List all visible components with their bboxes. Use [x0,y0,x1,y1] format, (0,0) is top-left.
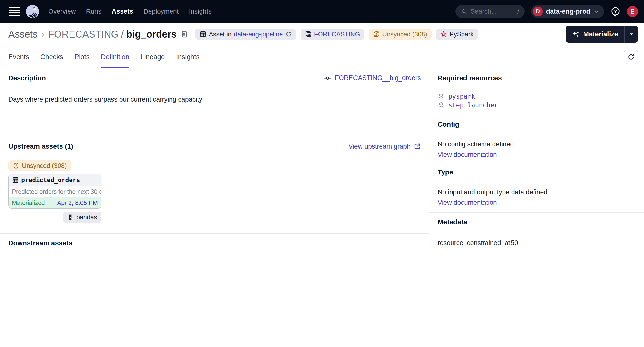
nav-item-runs[interactable]: Runs [86,8,102,15]
pandas-icon [68,214,74,220]
metadata-section-header: Metadata [429,212,644,232]
deployment-initial-badge: D [533,6,543,16]
resources-section-header: Required resources [429,68,644,88]
downstream-section-header: Downstream assets [0,233,429,253]
upstream-asset-name: predicted_orders [21,176,80,184]
config-content: No config schema defined View documentat… [429,134,644,162]
upstream-sync-status-label: Unsynced (308) [22,162,67,170]
description-text: Days where predicted orders surpass our … [0,88,429,137]
primary-nav: Overview Runs Assets Deployment Insights [48,8,212,15]
tab-lineage[interactable]: Lineage [140,46,165,68]
materialize-button[interactable]: Materialize [566,26,624,43]
materialize-split-button: Materialize [566,26,638,43]
upstream-section-header: Upstream assets (1) View upstream graph [0,137,429,156]
config-view-documentation-link[interactable]: View documentation [438,151,497,158]
tab-definition[interactable]: Definition [101,46,129,68]
resource-name: pyspark [448,93,475,100]
help-icon[interactable]: ? [610,6,620,16]
page-header: Assets › FORECASTING / big_orders Asset … [0,23,644,46]
breadcrumb-slash: / [121,29,124,40]
tab-plots[interactable]: Plots [74,46,90,68]
breadcrumb-separator: › [42,30,44,39]
tag-asset-group[interactable]: FORECASTING [300,28,364,40]
nav-item-assets[interactable]: Assets [112,8,134,15]
materialize-dropdown-button[interactable] [624,26,638,43]
metadata-row: resource_constrained_at 50 [438,239,636,247]
top-navigation-bar: Overview Runs Assets Deployment Insights… [0,0,644,23]
caret-down-icon [628,31,635,37]
tab-insights[interactable]: Insights [176,46,200,68]
breadcrumb: Assets › FORECASTING / big_orders [8,29,188,40]
nav-item-overview[interactable]: Overview [48,8,76,15]
upstream-title: Upstream assets (1) [8,142,73,150]
chevron-down-icon [594,8,600,14]
tag-sync-status[interactable]: Unsynced (308) [368,28,432,40]
materialized-status-label: Materialized [12,199,45,206]
resource-item-pyspark[interactable]: pyspark [438,93,636,100]
tag-asset-in-job: Asset in data-eng-pipeline [195,28,296,40]
asset-definition-page: Overview Runs Assets Deployment Insights… [0,0,644,347]
tag-compute-kind[interactable]: PySpark [436,28,478,40]
upstream-sync-status-tag[interactable]: Unsynced (308) [8,160,71,171]
spark-star-icon [440,31,447,38]
dagster-logo[interactable] [25,4,40,18]
main-column: Description FORECASTING__big_orders Days… [0,68,429,347]
pandas-tag[interactable]: pandas [63,212,102,223]
tag-asset-in-prefix: Asset in [209,30,232,38]
sync-problem-icon [13,162,20,169]
copy-asset-name-icon[interactable] [180,30,188,38]
breadcrumb-assets-link[interactable]: Assets [8,29,38,40]
description-title: Description [8,74,46,82]
materialization-timestamp-link[interactable]: Apr 2, 8:05 PM [57,199,98,206]
pipeline-link[interactable]: data-eng-pipeline [234,30,283,38]
pandas-tag-label: pandas [76,214,97,221]
op-graph-link[interactable]: FORECASTING__big_orders [324,74,421,82]
op-node-icon [324,74,332,82]
upstream-asset-status-row: Materialized Apr 2, 8:05 PM [8,198,101,208]
nav-item-deployment[interactable]: Deployment [144,8,178,15]
asset-group-icon [305,31,312,38]
materialize-button-label: Materialize [583,30,618,38]
refresh-button[interactable] [624,50,638,64]
view-upstream-graph-link[interactable]: View upstream graph [348,143,421,150]
metadata-title: Metadata [438,218,467,226]
breadcrumb-group[interactable]: FORECASTING [48,29,118,40]
svg-text:?: ? [614,8,617,14]
view-upstream-graph-label: View upstream graph [348,143,410,150]
table-icon [12,177,19,184]
tag-sync-status-label: Unsynced (308) [382,30,427,38]
sync-problem-icon [373,31,380,38]
deployment-switcher[interactable]: D data-eng-prod [531,5,604,18]
layers-icon [438,93,444,100]
search-input[interactable]: / [456,5,525,18]
downstream-title: Downstream assets [8,239,72,247]
resources-list: pyspark step_launcher [429,88,644,115]
refresh-small-icon[interactable] [286,31,292,37]
tag-compute-kind-label: PySpark [450,30,474,38]
page-title-asset-name: big_orders [126,29,176,40]
type-empty-message: No input and output type data defined [438,188,636,196]
search-field[interactable] [470,8,514,15]
hamburger-menu-icon[interactable] [9,7,20,16]
search-icon [461,8,467,15]
type-section-header: Type [429,162,644,182]
tab-checks[interactable]: Checks [40,46,63,68]
resource-item-step-launcher[interactable]: step_launcher [438,102,636,109]
op-graph-link-label: FORECASTING__big_orders [335,74,421,82]
asset-tabs: Events Checks Plots Definition Lineage I… [8,46,200,68]
asset-tabs-row: Events Checks Plots Definition Lineage I… [0,46,644,68]
tab-events[interactable]: Events [8,46,29,68]
nav-item-insights[interactable]: Insights [189,8,212,15]
upstream-assets-content: Unsynced (308) predicted_orders Predicte… [0,156,429,233]
type-view-documentation-link[interactable]: View documentation [438,199,497,206]
resources-title: Required resources [438,74,502,82]
upstream-asset-card[interactable]: predicted_orders Predicted orders for th… [8,174,102,209]
asset-tags: Asset in data-eng-pipeline FORECASTING [195,28,478,40]
type-content: No input and output type data defined Vi… [429,182,644,212]
resource-name: step_launcher [448,102,498,109]
user-avatar[interactable]: E [627,6,638,17]
sidebar: Required resources pyspark step_launcher [429,68,644,347]
config-empty-message: No config schema defined [438,140,636,148]
asset-card-header: predicted_orders [8,174,101,186]
config-title: Config [438,120,459,128]
